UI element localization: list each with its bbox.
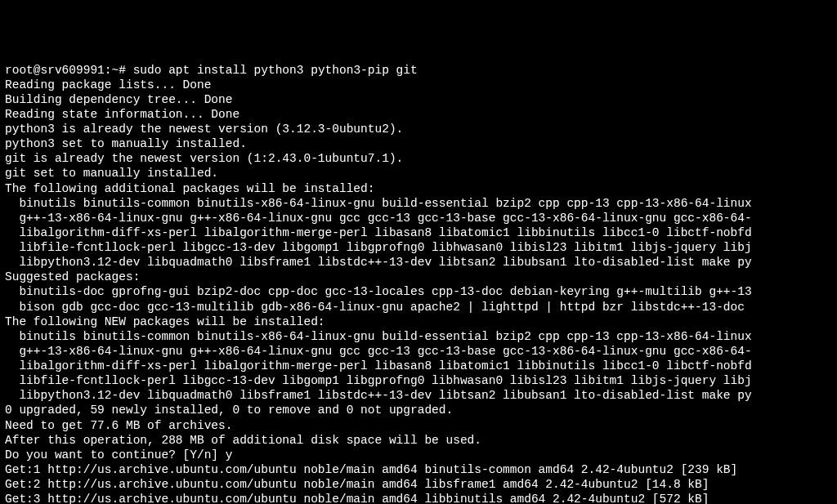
terminal-line: Suggested packages: (5, 270, 832, 284)
terminal-body: Reading package lists... DoneBuilding de… (5, 78, 832, 504)
terminal-line: binutils binutils-common binutils-x86-64… (5, 196, 832, 211)
terminal-line: Building dependency tree... Done (5, 92, 832, 107)
terminal-line: Do you want to continue? [Y/n] y (5, 448, 832, 462)
terminal-line: libfile-fcntllock-perl libgcc-13-dev lib… (5, 240, 832, 255)
prompt-cwd: ~ (112, 64, 119, 77)
terminal-line: libalgorithm-diff-xs-perl libalgorithm-m… (5, 225, 832, 240)
terminal-line: Get:1 http://us.archive.ubuntu.com/ubunt… (5, 462, 832, 477)
terminal-line: Get:3 http://us.archive.ubuntu.com/ubunt… (5, 492, 832, 504)
terminal-line: libalgorithm-diff-xs-perl libalgorithm-m… (5, 359, 832, 373)
terminal-line: libpython3.12-dev libquadmath0 libsframe… (5, 255, 832, 270)
terminal-line: python3 is already the newest version (3… (5, 122, 832, 136)
terminal-line: The following NEW packages will be insta… (5, 314, 832, 329)
terminal-line: libfile-fcntllock-perl libgcc-13-dev lib… (5, 373, 832, 388)
prompt-user-host: root@srv609991 (5, 64, 105, 77)
terminal-line: The following additional packages will b… (5, 181, 832, 196)
terminal-output[interactable]: root@srv609991:~# sudo apt install pytho… (5, 63, 832, 505)
terminal-line: python3 set to manually installed. (5, 136, 832, 151)
terminal-line: binutils binutils-common binutils-x86-64… (5, 329, 832, 344)
terminal-line: 0 upgraded, 59 newly installed, 0 to rem… (5, 403, 832, 417)
terminal-line: g++-13-x86-64-linux-gnu g++-x86-64-linux… (5, 211, 832, 225)
terminal-line: git set to manually installed. (5, 166, 832, 181)
terminal-line: g++-13-x86-64-linux-gnu g++-x86-64-linux… (5, 344, 832, 359)
terminal-line: Get:2 http://us.archive.ubuntu.com/ubunt… (5, 477, 832, 492)
terminal-line: Reading package lists... Done (5, 78, 832, 92)
terminal-line: git is already the newest version (1:2.4… (5, 151, 832, 166)
terminal-line: bison gdb gcc-doc gcc-13-multilib gdb-x8… (5, 300, 832, 314)
terminal-line: Need to get 77.6 MB of archives. (5, 418, 832, 433)
terminal-line: Reading state information... Done (5, 107, 832, 122)
prompt-line: root@srv609991:~# sudo apt install pytho… (5, 63, 832, 78)
prompt-symbol: # (119, 64, 126, 77)
terminal-line: After this operation, 288 MB of addition… (5, 433, 832, 448)
terminal-line: libpython3.12-dev libquadmath0 libsframe… (5, 388, 832, 403)
prompt-command: sudo apt install python3 python3-pip git (133, 64, 418, 77)
terminal-line: binutils-doc gprofng-gui bzip2-doc cpp-d… (5, 284, 832, 299)
